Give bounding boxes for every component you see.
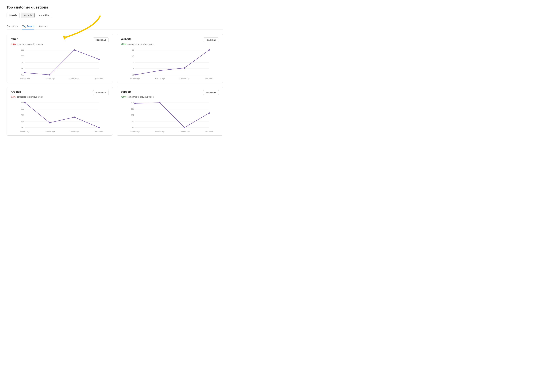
- svg-text:107: 107: [131, 114, 134, 116]
- svg-point-72: [209, 112, 210, 114]
- chart-card-articles: Articles Read chats -16% compared to pre…: [7, 87, 113, 135]
- svg-text:50: 50: [132, 49, 134, 51]
- chart-card-support: support Read chats +25% compared to prev…: [117, 87, 223, 135]
- card-title-support: support: [121, 90, 131, 94]
- tabs-nav: Questions Tag Trends Archives: [7, 25, 223, 29]
- tab-tag-trends[interactable]: Tag Trends: [22, 25, 34, 29]
- read-chats-button-other[interactable]: Read chats: [93, 38, 109, 42]
- card-title-other: other: [11, 38, 18, 41]
- svg-text:347: 347: [21, 102, 24, 104]
- svg-text:540: 540: [21, 61, 24, 63]
- card-title-website: Website: [121, 38, 131, 41]
- chart-svg: 50433628214 weeks ago3 weeks ago2 weeks …: [121, 47, 219, 80]
- svg-text:89: 89: [132, 127, 134, 129]
- svg-point-51: [24, 102, 26, 103]
- page-title: Top customer questions: [7, 5, 223, 10]
- svg-text:116: 116: [131, 108, 134, 110]
- svg-text:125: 125: [131, 102, 134, 104]
- add-filter-button[interactable]: + Add filter: [36, 13, 52, 18]
- card-pct-website: +79%: [121, 43, 126, 45]
- svg-text:98: 98: [132, 120, 134, 122]
- card-header-support: support Read chats: [121, 90, 219, 95]
- svg-text:280: 280: [21, 127, 24, 129]
- svg-text:4 weeks ago: 4 weeks ago: [20, 131, 30, 133]
- svg-text:3 weeks ago: 3 weeks ago: [155, 131, 165, 133]
- svg-point-16: [49, 74, 50, 76]
- card-pct-support: +25%: [121, 96, 126, 98]
- card-header-website: Website Read chats: [121, 38, 219, 42]
- card-header-other: other Read chats: [11, 38, 109, 42]
- svg-text:28: 28: [132, 68, 134, 70]
- card-title-articles: Articles: [11, 90, 21, 94]
- svg-point-34: [159, 70, 160, 71]
- svg-text:314: 314: [21, 114, 24, 116]
- svg-text:330: 330: [21, 108, 24, 110]
- svg-text:last week: last week: [95, 131, 103, 133]
- monthly-filter-button[interactable]: Monthly: [21, 13, 35, 18]
- chart-area-articles: 3473303142972804 weeks ago3 weeks ago2 w…: [11, 100, 109, 133]
- svg-text:4 weeks ago: 4 weeks ago: [20, 78, 30, 80]
- chart-svg: 12511610798894 weeks ago3 weeks ago2 wee…: [121, 100, 219, 133]
- card-header-articles: Articles Read chats: [11, 90, 109, 95]
- chart-svg: 6606005404804204 weeks ago3 weeks ago2 w…: [11, 47, 109, 80]
- read-chats-button-support[interactable]: Read chats: [203, 90, 219, 95]
- svg-point-54: [98, 127, 100, 128]
- card-subtitle-other: -13% compared to previous week: [11, 43, 109, 45]
- svg-point-18: [98, 59, 100, 60]
- card-pct-other: -13%: [11, 43, 16, 45]
- filter-bar: Weekly Monthly + Add filter: [7, 13, 223, 21]
- charts-grid: other Read chats -13% compared to previo…: [7, 34, 223, 135]
- svg-point-36: [209, 49, 210, 51]
- svg-point-53: [74, 116, 75, 118]
- svg-point-33: [134, 74, 136, 76]
- svg-text:last week: last week: [205, 131, 213, 133]
- card-subtitle-support: +25% compared to previous week: [121, 96, 219, 98]
- svg-text:480: 480: [21, 68, 24, 70]
- svg-text:43: 43: [132, 55, 134, 57]
- svg-text:2 weeks ago: 2 weeks ago: [179, 78, 190, 80]
- card-pct-articles: -16%: [11, 96, 16, 98]
- chart-svg: 3473303142972804 weeks ago3 weeks ago2 w…: [11, 100, 109, 133]
- read-chats-button-website[interactable]: Read chats: [203, 38, 219, 42]
- svg-text:21: 21: [132, 74, 134, 76]
- svg-point-17: [74, 49, 75, 51]
- svg-point-35: [184, 67, 185, 69]
- svg-point-69: [134, 103, 136, 104]
- svg-text:660: 660: [21, 49, 24, 51]
- svg-text:last week: last week: [95, 78, 103, 80]
- chart-area-support: 12511610798894 weeks ago3 weeks ago2 wee…: [121, 100, 219, 133]
- svg-text:last week: last week: [205, 78, 213, 80]
- card-subtitle-articles: -16% compared to previous week: [11, 96, 109, 98]
- svg-text:2 weeks ago: 2 weeks ago: [69, 131, 79, 133]
- svg-text:2 weeks ago: 2 weeks ago: [69, 78, 79, 80]
- svg-text:3 weeks ago: 3 weeks ago: [45, 131, 55, 133]
- svg-point-71: [184, 127, 185, 128]
- card-subtitle-website: +79% compared to previous week: [121, 43, 219, 45]
- svg-text:3 weeks ago: 3 weeks ago: [155, 78, 165, 80]
- chart-area-other: 6606005404804204 weeks ago3 weeks ago2 w…: [11, 47, 109, 80]
- chart-area-website: 50433628214 weeks ago3 weeks ago2 weeks …: [121, 47, 219, 80]
- svg-text:4 weeks ago: 4 weeks ago: [130, 78, 140, 80]
- chart-card-website: Website Read chats +79% compared to prev…: [117, 34, 223, 83]
- svg-text:4 weeks ago: 4 weeks ago: [130, 131, 140, 133]
- svg-text:600: 600: [21, 55, 24, 57]
- weekly-filter-button[interactable]: Weekly: [7, 13, 20, 18]
- svg-text:36: 36: [132, 61, 134, 63]
- tab-questions[interactable]: Questions: [7, 25, 18, 29]
- svg-text:2 weeks ago: 2 weeks ago: [179, 131, 190, 133]
- tab-archives[interactable]: Archives: [39, 25, 49, 29]
- svg-point-70: [159, 102, 160, 103]
- svg-point-15: [24, 72, 26, 73]
- chart-card-other: other Read chats -13% compared to previo…: [7, 34, 113, 83]
- read-chats-button-articles[interactable]: Read chats: [93, 90, 109, 95]
- svg-text:420: 420: [21, 74, 24, 76]
- svg-text:3 weeks ago: 3 weeks ago: [45, 78, 55, 80]
- svg-point-52: [49, 122, 50, 124]
- svg-text:297: 297: [21, 120, 24, 122]
